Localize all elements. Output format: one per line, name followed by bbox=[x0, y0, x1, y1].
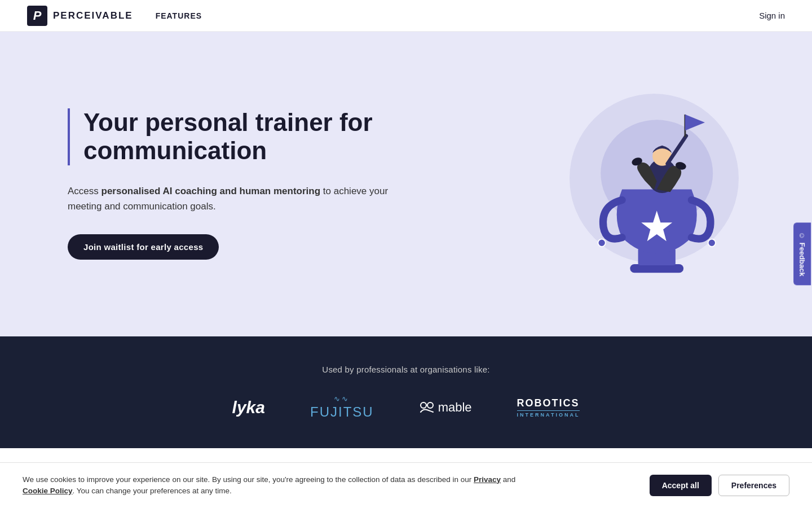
hero-text-block: Your personal trainer for communication bbox=[68, 108, 395, 165]
robotics-logo: ROBOTICS INTERNATIONAL bbox=[517, 397, 580, 418]
navbar: P PERCEIVABLE FEATURES Sign in bbox=[0, 0, 812, 32]
hero-left: Your personal trainer for communication … bbox=[68, 108, 395, 260]
feedback-label: Feedback bbox=[798, 243, 806, 277]
nav-features-link[interactable]: FEATURES bbox=[156, 11, 202, 20]
hero-content: Your personal trainer for communication … bbox=[68, 82, 744, 286]
nav-left: P PERCEIVABLE FEATURES bbox=[27, 6, 202, 26]
trophy-svg bbox=[564, 82, 744, 286]
trusted-logos: lyka ∿∿ FUJITSU mable ROBOTICS INTERNATI… bbox=[232, 395, 580, 420]
fujitsu-logo: ∿∿ FUJITSU bbox=[310, 395, 374, 420]
svg-point-5 bbox=[708, 239, 716, 247]
trusted-section: Used by professionals at organisations l… bbox=[0, 336, 812, 448]
hero-section: Your personal trainer for communication … bbox=[0, 32, 812, 336]
feedback-tab[interactable]: ☺ Feedback bbox=[793, 222, 811, 285]
svg-point-4 bbox=[598, 239, 606, 247]
preferences-button[interactable]: Preferences bbox=[718, 475, 789, 496]
svg-marker-10 bbox=[685, 115, 705, 130]
feedback-icon: ☺ bbox=[798, 231, 806, 239]
cookie-policy-link[interactable]: Cookie Policy bbox=[23, 487, 73, 495]
lyka-logo: lyka bbox=[232, 398, 265, 417]
svg-point-14 bbox=[421, 402, 426, 408]
signin-button[interactable]: Sign in bbox=[759, 11, 785, 20]
accept-all-button[interactable]: Accept all bbox=[650, 475, 712, 496]
svg-point-15 bbox=[427, 402, 433, 408]
mable-logo: mable bbox=[419, 400, 472, 415]
logo-icon: P bbox=[27, 6, 47, 26]
svg-rect-1 bbox=[630, 264, 683, 273]
hero-description: Access personalised AI coaching and huma… bbox=[68, 183, 395, 214]
cookie-text: We use cookies to improve your experienc… bbox=[23, 474, 530, 497]
cookie-banner: We use cookies to improve your experienc… bbox=[0, 462, 812, 509]
hero-title: Your personal trainer for communication bbox=[83, 108, 395, 165]
cookie-buttons: Accept all Preferences bbox=[650, 475, 789, 496]
waitlist-cta-button[interactable]: Join waitlist for early access bbox=[68, 234, 219, 260]
logo-text: PERCEIVABLE bbox=[53, 10, 133, 21]
logo-p-icon: P bbox=[33, 10, 42, 22]
logo[interactable]: P PERCEIVABLE bbox=[27, 6, 133, 26]
hero-illustration bbox=[564, 82, 744, 286]
privacy-link[interactable]: Privacy bbox=[474, 475, 501, 484]
trusted-title: Used by professionals at organisations l… bbox=[322, 365, 489, 374]
mable-icon bbox=[419, 400, 435, 415]
